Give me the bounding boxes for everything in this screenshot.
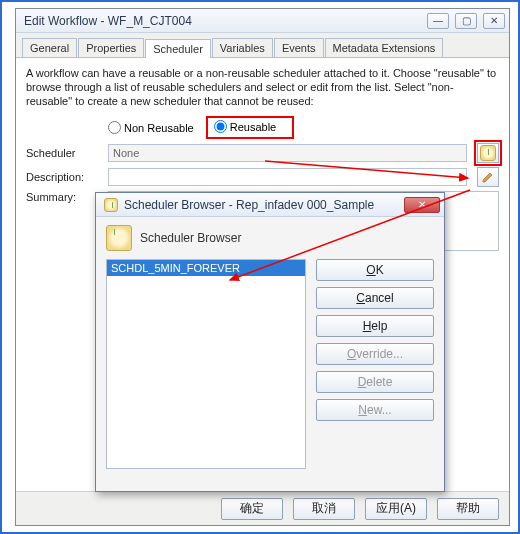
dlg-cancel-button[interactable]: Cancel bbox=[316, 287, 434, 309]
scheduler-value: None bbox=[108, 144, 467, 162]
radio-reusable-input[interactable] bbox=[214, 120, 227, 133]
maximize-button[interactable]: ▢ bbox=[455, 13, 477, 29]
dlg-new-button: New... bbox=[316, 399, 434, 421]
list-item[interactable]: SCHDL_5MIN_FOREVER bbox=[107, 260, 305, 276]
reusable-radio-row: Non Reusable Reusable bbox=[26, 116, 499, 139]
tab-variables[interactable]: Variables bbox=[212, 38, 273, 57]
scheduler-list[interactable]: SCHDL_5MIN_FOREVER bbox=[106, 259, 306, 469]
dlg-help-button[interactable]: Help bbox=[316, 315, 434, 337]
summary-label: Summary: bbox=[26, 191, 102, 203]
scheduler-label: Scheduler bbox=[26, 147, 102, 159]
cancel-button[interactable]: 取消 bbox=[293, 498, 355, 520]
dialog-titlebar[interactable]: Scheduler Browser - Rep_infadev 000_Samp… bbox=[96, 193, 444, 217]
radio-reusable[interactable]: Reusable bbox=[214, 120, 276, 133]
radio-reusable-label: Reusable bbox=[230, 121, 276, 133]
description-label: Description: bbox=[26, 171, 102, 183]
help-button[interactable]: 帮助 bbox=[437, 498, 499, 520]
minimize-button[interactable]: — bbox=[427, 13, 449, 29]
pencil-icon bbox=[482, 171, 494, 183]
scheduler-browser-dialog: Scheduler Browser - Rep_infadev 000_Samp… bbox=[95, 192, 445, 492]
titlebar[interactable]: Edit Workflow - WF_M_CJT004 — ▢ ✕ bbox=[16, 9, 509, 33]
tab-properties[interactable]: Properties bbox=[78, 38, 144, 57]
tab-general[interactable]: General bbox=[22, 38, 77, 57]
dlg-delete-button: Delete bbox=[316, 371, 434, 393]
intro-text: A workflow can have a reusable or a non-… bbox=[26, 66, 499, 108]
dialog-close-button[interactable]: ✕ bbox=[404, 197, 440, 213]
dialog-button-column: OK Cancel Help Override... Delete New... bbox=[316, 259, 434, 469]
tab-scheduler[interactable]: Scheduler bbox=[145, 39, 211, 58]
dlg-ok-button[interactable]: OK bbox=[316, 259, 434, 281]
dialog-subtitle-row: Scheduler Browser bbox=[96, 217, 444, 259]
tab-events[interactable]: Events bbox=[274, 38, 324, 57]
highlight-reusable: Reusable bbox=[206, 116, 294, 139]
clock-icon bbox=[480, 145, 496, 161]
dialog-title-icon bbox=[104, 198, 118, 212]
browse-scheduler-button[interactable] bbox=[477, 143, 499, 163]
close-button[interactable]: ✕ bbox=[483, 13, 505, 29]
radio-non-reusable[interactable]: Non Reusable bbox=[108, 121, 194, 134]
description-edit-button[interactable] bbox=[477, 167, 499, 187]
tab-strip: General Properties Scheduler Variables E… bbox=[16, 33, 509, 58]
dialog-subtitle: Scheduler Browser bbox=[140, 231, 241, 245]
scheduler-row: Scheduler None bbox=[26, 143, 499, 163]
description-row: Description: bbox=[26, 167, 499, 187]
radio-non-reusable-label: Non Reusable bbox=[124, 122, 194, 134]
ok-button[interactable]: 确定 bbox=[221, 498, 283, 520]
clock-icon bbox=[106, 225, 132, 251]
apply-button[interactable]: 应用(A) bbox=[365, 498, 427, 520]
radio-non-reusable-input[interactable] bbox=[108, 121, 121, 134]
tab-metadata-extensions[interactable]: Metadata Extensions bbox=[325, 38, 444, 57]
dlg-override-button: Override... bbox=[316, 343, 434, 365]
dialog-footer: 确定 取消 应用(A) 帮助 bbox=[16, 491, 509, 525]
dialog-title: Scheduler Browser - Rep_infadev 000_Samp… bbox=[124, 198, 396, 212]
window-title: Edit Workflow - WF_M_CJT004 bbox=[24, 14, 421, 28]
description-field[interactable] bbox=[108, 168, 467, 186]
